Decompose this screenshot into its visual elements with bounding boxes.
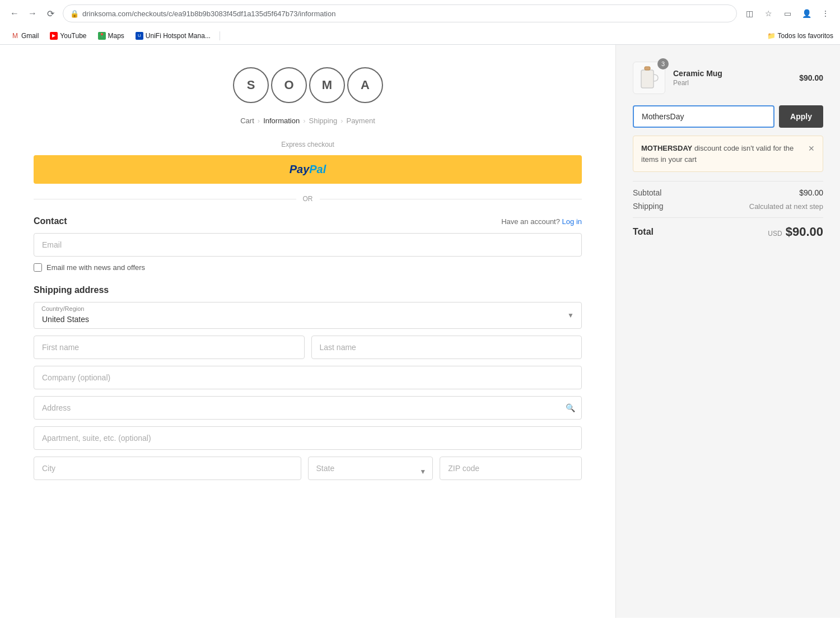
left-panel: S O M A Cart › Information › Shipping › … <box>0 45 616 618</box>
refresh-button[interactable]: ⟳ <box>43 6 58 21</box>
bookmark-star-button[interactable]: ☆ <box>760 6 776 21</box>
first-name-input[interactable] <box>34 336 305 359</box>
bookmark-gmail[interactable]: M Gmail <box>7 31 43 41</box>
todos-label: 📁 Todos los favoritos <box>767 32 833 40</box>
have-account-text: Have an account? <box>501 217 560 226</box>
bookmark-maps-label: Maps <box>108 32 124 40</box>
breadcrumb-cart[interactable]: Cart <box>240 117 254 125</box>
gmail-favicon: M <box>11 32 19 40</box>
toolbar-icons: ◫ ☆ ▭ 👤 ⋮ <box>741 6 833 21</box>
bookmark-unifi-label: UniFi Hotspot Mana... <box>146 32 211 40</box>
error-close-button[interactable]: ✕ <box>808 143 815 155</box>
apt-input[interactable] <box>34 426 582 450</box>
youtube-favicon: ▶ <box>50 32 58 40</box>
newsletter-row: Email me with news and offers <box>34 263 582 272</box>
item-name: Ceramic Mug <box>673 69 791 78</box>
state-select[interactable]: State <box>308 457 433 480</box>
logo-m: M <box>309 67 345 103</box>
folder-icon: 📁 <box>767 32 776 40</box>
address-wrapper: 🔍 <box>34 396 582 420</box>
country-label: Country/Region <box>41 305 84 312</box>
login-prompt: Have an account? Log in <box>501 217 582 226</box>
svg-rect-1 <box>645 67 650 70</box>
paypal-button[interactable]: PayPal <box>34 155 582 184</box>
logo-container: S O M A <box>34 67 582 103</box>
error-text: MOTHERSDAY discount code isn't valid for… <box>641 143 804 165</box>
shipping-address-title: Shipping address <box>34 285 582 295</box>
total-amount: $90.00 <box>786 225 823 239</box>
error-code: MOTHERSDAY <box>641 144 692 152</box>
total-label: Total <box>633 227 654 237</box>
profile-button[interactable]: 👤 <box>799 6 814 21</box>
paypal-light: Pal <box>309 163 326 175</box>
last-name-input[interactable] <box>311 336 582 359</box>
discount-row: Apply <box>633 105 823 128</box>
translate-button[interactable]: ◫ <box>741 6 757 21</box>
bookmark-youtube[interactable]: ▶ YouTube <box>45 31 91 41</box>
back-button[interactable]: ← <box>7 6 22 21</box>
city-input[interactable] <box>34 457 301 480</box>
bookmarks-bar: M Gmail ▶ YouTube 📍 Maps U UniFi Hotspot… <box>0 27 840 45</box>
express-checkout-text: Express checkout <box>281 141 334 148</box>
contact-title: Contact <box>34 216 67 226</box>
logo-o: O <box>271 67 307 103</box>
or-divider: OR <box>34 195 582 203</box>
or-text: OR <box>303 195 313 203</box>
order-item: 3 Ceramic Mug Pearl $90.00 <box>633 62 823 94</box>
bookmark-youtube-label: YouTube <box>60 32 86 40</box>
todos-text: Todos los favoritos <box>778 32 833 40</box>
bookmark-maps[interactable]: 📍 Maps <box>94 31 129 41</box>
breadcrumb: Cart › Information › Shipping › Payment <box>34 117 582 125</box>
item-quantity-badge: 3 <box>657 58 669 69</box>
address-input[interactable] <box>34 396 582 420</box>
total-currency: USD <box>768 230 782 238</box>
soma-logo: S O M A <box>233 67 383 103</box>
shipping-row: Shipping Calculated at next step <box>633 202 823 211</box>
nav-buttons: ← → ⟳ <box>7 6 58 21</box>
total-divider <box>633 217 823 218</box>
breadcrumb-chevron-2: › <box>303 117 305 125</box>
country-select-wrapper: Country/Region United States ▼ <box>34 302 582 329</box>
breadcrumb-payment: Payment <box>346 117 375 125</box>
logo-s: S <box>233 67 269 103</box>
forward-button[interactable]: → <box>25 6 40 21</box>
summary-divider <box>633 181 823 181</box>
login-link[interactable]: Log in <box>562 217 582 226</box>
zip-input[interactable] <box>440 457 582 480</box>
error-message: MOTHERSDAY discount code isn't valid for… <box>633 136 823 172</box>
browser-toolbar: ← → ⟳ 🔒 drinksoma.com/checkouts/c/ea91b8… <box>0 0 840 27</box>
menu-button[interactable]: ⋮ <box>818 6 833 21</box>
contact-header: Contact Have an account? Log in <box>34 216 582 226</box>
shipping-value: Calculated at next step <box>749 202 823 211</box>
item-variant: Pearl <box>673 79 791 87</box>
breadcrumb-shipping: Shipping <box>309 117 338 125</box>
company-input[interactable] <box>34 366 582 389</box>
apply-button[interactable]: Apply <box>779 105 823 128</box>
breadcrumb-chevron-3: › <box>340 117 343 125</box>
unifi-favicon: U <box>136 32 143 40</box>
city-state-zip-row: State ▼ <box>34 457 582 487</box>
breadcrumb-information: Information <box>263 117 300 125</box>
discount-input[interactable] <box>633 105 774 128</box>
maps-favicon: 📍 <box>98 32 106 40</box>
bookmarks-divider <box>220 31 220 40</box>
paypal-logo: PayPal <box>290 163 326 176</box>
email-input[interactable] <box>34 233 582 257</box>
extensions-button[interactable]: ▭ <box>780 6 795 21</box>
ceramic-mug-svg <box>639 64 659 91</box>
url-text: drinksoma.com/checkouts/c/ea91b8b9b3083f… <box>82 10 335 18</box>
newsletter-checkbox[interactable] <box>34 263 42 272</box>
svg-rect-0 <box>641 70 654 88</box>
country-select[interactable]: United States <box>34 302 582 329</box>
total-value: USD $90.00 <box>768 225 823 239</box>
subtotal-value: $90.00 <box>799 188 823 197</box>
address-bar[interactable]: 🔒 drinksoma.com/checkouts/c/ea91b8b9b308… <box>63 4 737 22</box>
shipping-label: Shipping <box>633 202 664 211</box>
bookmark-gmail-label: Gmail <box>21 32 39 40</box>
express-checkout-label: Express checkout <box>34 141 582 148</box>
subtotal-label: Subtotal <box>633 188 661 197</box>
item-image-wrapper: 3 <box>633 62 665 94</box>
paypal-dark: Pay <box>290 163 310 175</box>
bookmark-unifi[interactable]: U UniFi Hotspot Mana... <box>131 31 215 41</box>
browser-chrome: ← → ⟳ 🔒 drinksoma.com/checkouts/c/ea91b8… <box>0 0 840 45</box>
